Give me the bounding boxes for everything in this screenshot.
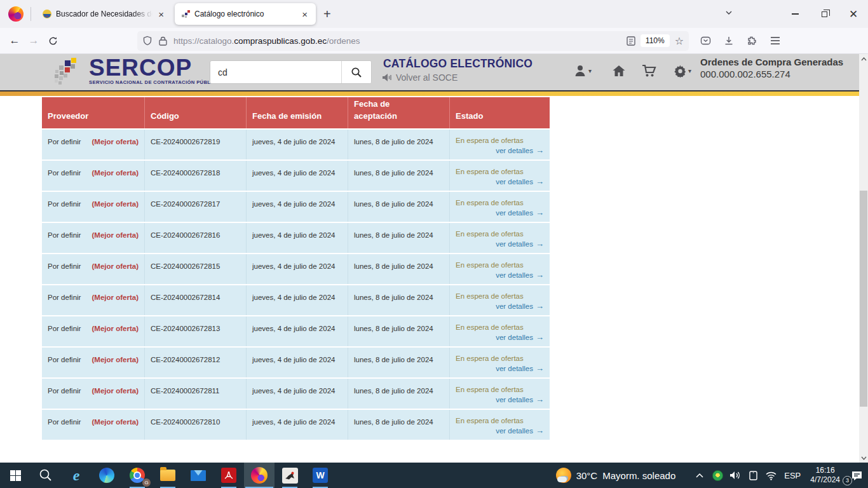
tab-close-icon[interactable]: × xyxy=(156,9,166,20)
internet-explorer-icon: e xyxy=(73,467,80,484)
extensions-icon[interactable] xyxy=(747,36,757,46)
status-text: En espera de ofertas xyxy=(456,137,524,144)
taskbar-ie-button[interactable]: e xyxy=(61,463,92,488)
window-close-button[interactable]: ✕ xyxy=(839,0,868,28)
antivirus-tray-icon[interactable] xyxy=(710,470,725,481)
cell-fecha-aceptacion: lunes, 8 de julio de 2024 xyxy=(348,192,449,222)
cell-estado: En espera de ofertas ver detalles→ xyxy=(449,192,550,222)
orders-label: Ordenes de Compra Generadas xyxy=(700,56,856,68)
bookmark-star-icon[interactable]: ☆ xyxy=(675,35,684,47)
status-text: En espera de ofertas xyxy=(456,168,524,175)
mejor-oferta-label: (Mejor oferta) xyxy=(92,325,139,346)
taskbar-app-button[interactable] xyxy=(275,463,305,488)
scroll-down-arrow[interactable] xyxy=(859,453,868,463)
ver-detalles-link[interactable]: ver detalles→ xyxy=(496,332,544,342)
url-bar[interactable]: https://catalogo.compraspublicas.gob.ec/… xyxy=(137,31,689,51)
cell-proveedor: Por definir(Mejor oferta) xyxy=(42,348,144,377)
arrow-right-icon: → xyxy=(536,270,544,280)
table-row[interactable]: Por definir(Mejor oferta) CE-20240002672… xyxy=(42,161,550,191)
cell-codigo: CE-20240002672817 xyxy=(144,192,246,222)
search-button[interactable] xyxy=(341,61,371,83)
table-row[interactable]: Por definir(Mejor oferta) CE-20240002672… xyxy=(42,285,550,315)
tab-close-icon[interactable]: × xyxy=(300,9,309,20)
taskbar-chrome-button[interactable]: G xyxy=(122,463,153,488)
page-scrollbar[interactable] xyxy=(859,54,868,463)
wifi-icon[interactable] xyxy=(763,471,778,480)
ver-detalles-link[interactable]: ver detalles→ xyxy=(496,301,544,311)
weather-desc: Mayorm. soleado xyxy=(602,470,675,481)
clock[interactable]: 16:16 4/7/2024 xyxy=(810,466,840,485)
tracking-shield-icon[interactable] xyxy=(142,36,153,46)
list-all-tabs-icon[interactable] xyxy=(715,8,742,20)
volver-soce-link[interactable]: Volver al SOCE xyxy=(382,72,458,83)
taskbar-explorer-button[interactable] xyxy=(153,463,183,488)
ver-detalles-link[interactable]: ver detalles→ xyxy=(496,363,544,373)
sercop-logo[interactable]: SERCOP SERVICIO NACIONAL DE CONTRATACIÓN… xyxy=(53,57,220,86)
settings-menu-button[interactable]: ▾ xyxy=(674,64,691,78)
volume-icon[interactable] xyxy=(728,470,743,480)
cell-fecha-emision: jueves, 4 de julio de 2024 xyxy=(246,161,348,191)
back-button[interactable]: ← xyxy=(5,31,24,50)
cell-fecha-emision: jueves, 4 de julio de 2024 xyxy=(246,192,348,222)
firefox-view-button[interactable] xyxy=(6,4,25,24)
cart-button[interactable] xyxy=(642,64,656,78)
scroll-up-arrow[interactable] xyxy=(859,54,868,64)
tab-catalogo[interactable]: Catálogo electrónico × xyxy=(175,3,316,25)
table-row[interactable]: Por definir(Mejor oferta) CE-20240002672… xyxy=(42,254,550,284)
table-row[interactable]: Por definir(Mejor oferta) CE-20240002672… xyxy=(42,410,550,440)
weather-sun-icon xyxy=(556,468,571,483)
taskbar-word-button[interactable]: W xyxy=(305,463,336,488)
downloads-icon[interactable] xyxy=(724,36,734,46)
reload-button[interactable] xyxy=(43,31,62,50)
table-row[interactable]: Por definir(Mejor oferta) CE-20240002672… xyxy=(42,348,550,377)
cell-fecha-aceptacion: lunes, 8 de julio de 2024 xyxy=(348,161,449,191)
orders-table: Proveedor Código Fecha de emisión Fecha … xyxy=(42,97,550,440)
window-restore-button[interactable] xyxy=(810,0,839,28)
tab-buscador[interactable]: Buscador de Necesidades de Co × xyxy=(36,3,172,25)
taskbar-firefox-button[interactable] xyxy=(244,463,275,488)
reader-view-icon[interactable] xyxy=(627,36,635,46)
cell-estado: En espera de ofertas ver detalles→ xyxy=(449,316,550,346)
scrollbar-thumb[interactable] xyxy=(860,191,867,407)
notification-icon xyxy=(851,470,863,481)
weather-widget[interactable]: 30°C Mayorm. soleado xyxy=(556,468,676,483)
your-phone-icon[interactable] xyxy=(745,470,761,481)
language-indicator[interactable]: ESP xyxy=(784,471,801,480)
table-row[interactable]: Por definir(Mejor oferta) CE-20240002672… xyxy=(42,130,550,159)
start-button[interactable] xyxy=(0,463,31,488)
table-row[interactable]: Por definir(Mejor oferta) CE-20240002672… xyxy=(42,379,550,409)
taskbar-search-button[interactable] xyxy=(31,463,61,488)
home-button[interactable] xyxy=(612,64,626,78)
lock-icon[interactable] xyxy=(159,36,167,46)
cell-proveedor: Por definir(Mejor oferta) xyxy=(42,161,144,191)
firefox-logo-icon xyxy=(8,6,24,22)
zoom-level-indicator[interactable]: 110% xyxy=(641,34,670,47)
table-row[interactable]: Por definir(Mejor oferta) CE-20240002672… xyxy=(42,223,550,253)
ver-detalles-link[interactable]: ver detalles→ xyxy=(496,177,544,186)
ver-detalles-link[interactable]: ver detalles→ xyxy=(496,146,544,155)
table-row[interactable]: Por definir(Mejor oferta) CE-20240002672… xyxy=(42,192,550,222)
action-center-button[interactable]: 3 xyxy=(845,470,868,481)
cell-codigo: CE-20240002672818 xyxy=(144,161,246,191)
status-text: En espera de ofertas xyxy=(456,417,524,424)
ver-detalles-link[interactable]: ver detalles→ xyxy=(496,270,544,280)
ver-detalles-link[interactable]: ver detalles→ xyxy=(496,426,544,435)
mail-icon xyxy=(191,470,206,481)
tray-chevron-up-icon[interactable] xyxy=(692,473,707,478)
ver-detalles-link[interactable]: ver detalles→ xyxy=(496,395,544,404)
new-tab-button[interactable]: + xyxy=(317,6,337,23)
table-row[interactable]: Por definir(Mejor oferta) CE-20240002672… xyxy=(42,316,550,346)
menu-hamburger-icon[interactable] xyxy=(770,36,780,45)
ver-detalles-link[interactable]: ver detalles→ xyxy=(496,208,544,217)
status-text: En espera de ofertas xyxy=(456,199,524,207)
cell-codigo: CE-20240002672815 xyxy=(144,254,246,284)
ver-detalles-link[interactable]: ver detalles→ xyxy=(496,239,544,248)
taskbar-mail-button[interactable] xyxy=(183,463,214,488)
search-input[interactable] xyxy=(210,61,341,83)
taskbar-edge-button[interactable] xyxy=(92,463,122,488)
taskbar-acrobat-button[interactable] xyxy=(214,463,244,488)
pocket-icon[interactable] xyxy=(700,36,711,46)
window-minimize-button[interactable] xyxy=(780,0,810,28)
sercop-site-header: SERCOP SERVICIO NACIONAL DE CONTRATACIÓN… xyxy=(0,54,859,90)
user-menu-button[interactable]: ▾ xyxy=(574,64,592,78)
